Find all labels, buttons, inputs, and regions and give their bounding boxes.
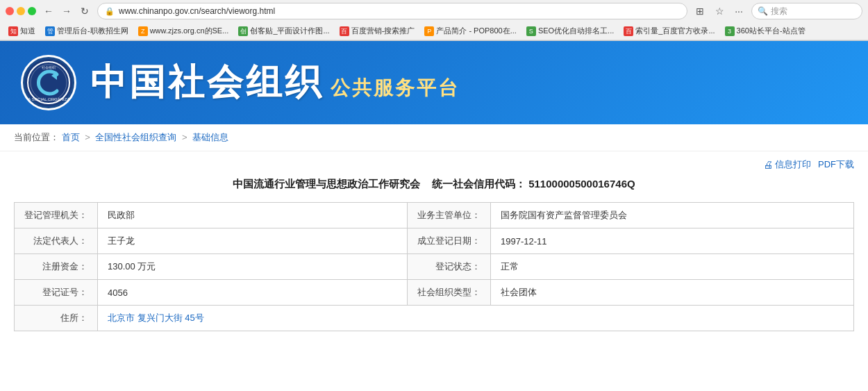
close-button[interactable] bbox=[6, 7, 14, 15]
site-header: CHINA SOCIAL ORGANIZATION 社会组织 中国社会组织 公共… bbox=[0, 41, 868, 124]
logo-svg: CHINA SOCIAL ORGANIZATION 社会组织 bbox=[26, 60, 71, 105]
site-logo: CHINA SOCIAL ORGANIZATION 社会组织 bbox=[21, 55, 76, 110]
breadcrumb-sep-1: > bbox=[85, 132, 92, 142]
table-row: 注册资金： 130.00 万元 登记状态： 正常 bbox=[15, 254, 854, 280]
bookmark-chuangketi[interactable]: 创 创客贴_平面设计作图... bbox=[234, 24, 333, 38]
bookmark-favicon: 知 bbox=[8, 26, 18, 36]
search-icon: 🔍 bbox=[758, 6, 768, 16]
bookmark-label: 百度营销-搜索推广 bbox=[351, 26, 415, 36]
browser-actions: ⊞ ☆ ··· bbox=[692, 3, 747, 19]
supervisor-label: 业务主管单位： bbox=[408, 203, 491, 228]
site-title-main: 中国社会组织 bbox=[90, 58, 324, 107]
table-row: 登记证号： 4056 社会组织类型： 社会团体 bbox=[15, 280, 854, 306]
table-row: 住所： 北京市 复兴门大街 45号 bbox=[15, 306, 854, 331]
window-controls bbox=[6, 7, 36, 15]
maximize-button[interactable] bbox=[28, 7, 36, 15]
main-content: 🖨 信息打印 PDF下载 中国流通行业管理与思想政治工作研究会 统一社会信用代码… bbox=[0, 151, 868, 345]
reg-status-label: 登记状态： bbox=[408, 254, 491, 280]
bookmark-label: 360站长平台-站点管 bbox=[737, 26, 806, 36]
favorites-button[interactable]: ☆ bbox=[711, 3, 728, 19]
reload-button[interactable]: ↻ bbox=[76, 3, 93, 19]
breadcrumb-basic-info[interactable]: 基础信息 bbox=[192, 132, 228, 142]
site-title-block: 中国社会组织 公共服务平台 bbox=[90, 58, 460, 107]
pdf-label: PDF下载 bbox=[818, 158, 854, 171]
address-bar[interactable]: 🔒 www.chinanpo.gov.cn/search/vieworg.htm… bbox=[97, 3, 687, 19]
bookmark-favicon: Z bbox=[138, 26, 148, 36]
print-label: 信息打印 bbox=[775, 158, 811, 171]
pdf-link[interactable]: PDF下载 bbox=[818, 158, 854, 171]
legal-rep-value: 王子龙 bbox=[98, 228, 408, 254]
address-link[interactable]: 北京市 复兴门大街 45号 bbox=[108, 313, 204, 323]
bookmark-favicon: S bbox=[526, 26, 536, 36]
breadcrumb-sep-2: > bbox=[182, 132, 190, 142]
reg-authority-value: 民政部 bbox=[98, 203, 408, 228]
org-type-label: 社会组织类型： bbox=[408, 280, 491, 306]
address-label: 住所： bbox=[15, 306, 98, 331]
page-content: CHINA SOCIAL ORGANIZATION 社会组织 中国社会组织 公共… bbox=[0, 41, 868, 360]
logo-inner: CHINA SOCIAL ORGANIZATION 社会组织 bbox=[25, 59, 72, 106]
extensions-button[interactable]: ⊞ bbox=[692, 3, 708, 19]
reg-capital-label: 注册资金： bbox=[15, 254, 98, 280]
table-row: 法定代表人： 王子龙 成立登记日期： 1997-12-11 bbox=[15, 228, 854, 254]
reg-date-value: 1997-12-11 bbox=[491, 228, 854, 254]
search-box[interactable]: 🔍 搜索 bbox=[751, 3, 862, 19]
credit-code-label: 统一社会信用代码： bbox=[432, 178, 526, 190]
nav-buttons: ← → ↻ bbox=[40, 3, 93, 19]
supervisor-value: 国务院国有资产监督管理委员会 bbox=[491, 203, 854, 228]
bookmark-label: www.zjzs.org.cn的SE... bbox=[150, 26, 229, 36]
bookmark-pop800[interactable]: P 产品简介 - POP800在... bbox=[420, 24, 521, 38]
legal-rep-label: 法定代表人： bbox=[15, 228, 98, 254]
titlebar: ← → ↻ 🔒 www.chinanpo.gov.cn/search/viewo… bbox=[0, 0, 868, 22]
reg-date-label: 成立登记日期： bbox=[408, 228, 491, 254]
url-text: www.chinanpo.gov.cn/search/vieworg.html bbox=[119, 6, 680, 16]
bookmark-zjzs[interactable]: Z www.zjzs.org.cn的SE... bbox=[134, 24, 233, 38]
bookmark-zhidao[interactable]: 知 知道 bbox=[4, 24, 40, 38]
svg-text:社会组织: 社会组织 bbox=[42, 65, 56, 69]
bookmark-favicon: 百 bbox=[340, 26, 349, 36]
bookmark-label: 管理后台-职教招生网 bbox=[57, 26, 128, 36]
bookmark-favicon: 3 bbox=[725, 26, 735, 36]
address-value: 北京市 复兴门大街 45号 bbox=[98, 306, 854, 331]
bookmark-label: 索引量_百度官方收录... bbox=[635, 26, 715, 36]
bookmark-label: SEO优化自动排名工... bbox=[538, 26, 614, 36]
search-placeholder: 搜索 bbox=[771, 6, 787, 17]
back-button[interactable]: ← bbox=[40, 3, 57, 19]
bookmark-baidu-index[interactable]: 百 索引量_百度官方收录... bbox=[619, 24, 719, 38]
reg-number-value: 4056 bbox=[98, 280, 408, 306]
bookmarks-bar: 知 知道 管 管理后台-职教招生网 Z www.zjzs.org.cn的SE..… bbox=[0, 22, 868, 40]
org-name: 中国流通行业管理与思想政治工作研究会 bbox=[233, 178, 420, 190]
printer-icon: 🖨 bbox=[763, 159, 773, 170]
reg-number-label: 登记证号： bbox=[15, 280, 98, 306]
bookmark-favicon: 管 bbox=[45, 26, 55, 36]
reg-authority-label: 登记管理机关： bbox=[15, 203, 98, 228]
lock-icon: 🔒 bbox=[105, 7, 115, 16]
org-title: 中国流通行业管理与思想政治工作研究会 统一社会信用代码： 51100000500… bbox=[14, 175, 854, 194]
bookmark-360[interactable]: 3 360站长平台-站点管 bbox=[721, 24, 810, 38]
credit-code-value: 51100000500016746Q bbox=[528, 178, 635, 190]
breadcrumb-query[interactable]: 全国性社会组织查询 bbox=[95, 132, 176, 142]
reg-capital-value: 130.00 万元 bbox=[98, 254, 408, 280]
bookmark-favicon: 创 bbox=[238, 26, 248, 36]
svg-text:CHINA SOCIAL ORGANIZATION: CHINA SOCIAL ORGANIZATION bbox=[26, 97, 71, 101]
table-row: 登记管理机关： 民政部 业务主管单位： 国务院国有资产监督管理委员会 bbox=[15, 203, 854, 228]
print-link[interactable]: 🖨 信息打印 bbox=[763, 158, 811, 171]
bookmark-favicon: P bbox=[424, 26, 434, 36]
forward-button[interactable]: → bbox=[58, 3, 75, 19]
bookmark-favicon: 百 bbox=[624, 26, 633, 36]
bookmark-label: 创客贴_平面设计作图... bbox=[250, 26, 329, 36]
bookmark-label: 产品简介 - POP800在... bbox=[436, 26, 517, 36]
info-table: 登记管理机关： 民政部 业务主管单位： 国务院国有资产监督管理委员会 法定代表人… bbox=[14, 202, 854, 331]
bookmark-baidu-mkt[interactable]: 百 百度营销-搜索推广 bbox=[335, 24, 419, 38]
breadcrumb-prefix: 当前位置： bbox=[14, 132, 59, 142]
breadcrumb-home[interactable]: 首页 bbox=[62, 132, 80, 142]
browser-chrome: ← → ↻ 🔒 www.chinanpo.gov.cn/search/viewo… bbox=[0, 0, 868, 41]
minimize-button[interactable] bbox=[17, 7, 25, 15]
action-bar: 🖨 信息打印 PDF下载 bbox=[14, 158, 854, 171]
bookmark-seo[interactable]: S SEO优化自动排名工... bbox=[522, 24, 618, 38]
reg-status-value: 正常 bbox=[491, 254, 854, 280]
bookmark-admin[interactable]: 管 管理后台-职教招生网 bbox=[41, 24, 133, 38]
org-type-value: 社会团体 bbox=[491, 280, 854, 306]
site-title-sub: 公共服务平台 bbox=[331, 75, 460, 101]
breadcrumb: 当前位置： 首页 > 全国性社会组织查询 > 基础信息 bbox=[0, 124, 868, 151]
menu-button[interactable]: ··· bbox=[731, 3, 747, 19]
